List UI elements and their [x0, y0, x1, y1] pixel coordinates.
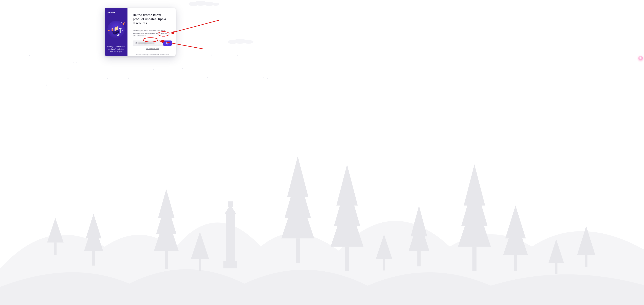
svg-marker-13: [191, 232, 209, 259]
svg-rect-31: [472, 246, 476, 271]
svg-marker-26: [411, 205, 427, 236]
svg-point-42: [212, 3, 219, 6]
svg-marker-9: [154, 214, 178, 251]
cloud-decoration: [227, 38, 258, 44]
email-input[interactable]: [137, 41, 162, 46]
modal-sidebar: premio: [105, 8, 128, 56]
help-fab[interactable]: [638, 56, 643, 60]
sidebar-illustration: [107, 13, 125, 46]
svg-rect-24: [383, 259, 385, 270]
svg-marker-19: [330, 197, 364, 247]
svg-rect-8: [92, 251, 95, 265]
svg-rect-38: [585, 255, 587, 267]
modal-content: Be the first to know product updates, ti…: [128, 8, 176, 56]
svg-marker-28: [458, 197, 491, 247]
svg-rect-12: [164, 251, 168, 269]
signup-modal: premio: [105, 8, 176, 56]
modal-footer-note: You can remove yourself from the list wh…: [134, 54, 170, 56]
svg-rect-22: [345, 246, 349, 271]
svg-marker-4: [47, 218, 64, 242]
help-icon: [640, 57, 642, 59]
sidebar-tagline: Grow your WordPress or Shopify websites …: [107, 46, 125, 53]
svg-marker-33: [505, 205, 526, 238]
svg-rect-36: [555, 263, 558, 274]
brand-logo: premio: [107, 11, 125, 13]
modal-title: Be the first to know product updates, ti…: [133, 13, 172, 26]
svg-marker-20: [334, 181, 360, 226]
email-signup-row: Sign Up: [133, 41, 172, 46]
svg-marker-23: [376, 234, 392, 259]
do-it-later-link[interactable]: No, I will do it later: [146, 48, 159, 50]
svg-rect-60: [112, 31, 112, 33]
svg-rect-14: [199, 259, 201, 271]
modal-description: Be among the first to know about our lat…: [133, 30, 170, 37]
svg-marker-6: [84, 222, 103, 251]
email-input-wrap[interactable]: [133, 41, 163, 46]
svg-marker-21: [336, 164, 358, 205]
svg-marker-32: [503, 218, 528, 255]
svg-rect-5: [54, 242, 57, 255]
svg-marker-17: [287, 156, 308, 197]
svg-marker-37: [577, 226, 595, 255]
svg-rect-58: [112, 29, 112, 31]
svg-rect-62: [119, 28, 122, 29]
svg-marker-29: [461, 181, 488, 226]
svg-marker-10: [156, 201, 177, 234]
title-underline: [133, 27, 139, 27]
svg-rect-61: [120, 29, 121, 33]
svg-point-47: [110, 23, 111, 24]
background-landscape: [0, 0, 644, 305]
svg-rect-0: [226, 214, 235, 263]
svg-marker-35: [548, 239, 564, 263]
svg-point-45: [244, 40, 254, 44]
svg-rect-59: [112, 31, 112, 33]
svg-marker-7: [86, 214, 102, 238]
svg-rect-2: [223, 261, 238, 268]
svg-marker-25: [409, 218, 429, 251]
svg-marker-16: [284, 173, 311, 218]
svg-rect-34: [514, 255, 517, 271]
signup-button[interactable]: Sign Up: [163, 41, 172, 46]
svg-marker-1: [224, 205, 236, 214]
svg-marker-30: [464, 164, 485, 205]
svg-rect-3: [228, 201, 233, 207]
svg-rect-27: [417, 251, 421, 266]
mail-icon: [134, 42, 137, 44]
svg-point-48: [121, 22, 122, 23]
cloud-decoration: [188, 0, 220, 7]
svg-marker-11: [158, 189, 174, 218]
svg-rect-18: [296, 238, 300, 263]
svg-marker-15: [281, 189, 314, 238]
